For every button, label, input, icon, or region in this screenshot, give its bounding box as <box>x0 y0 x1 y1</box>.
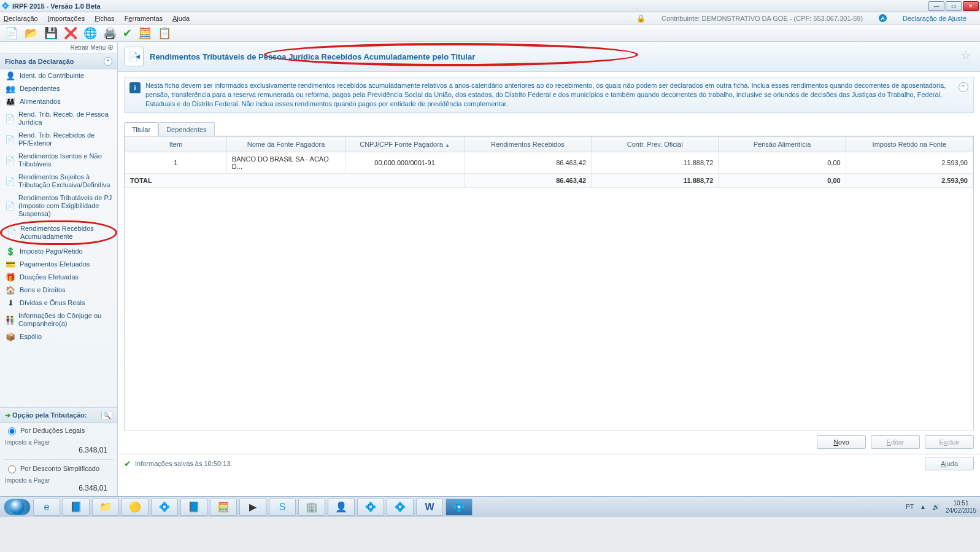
taskbar-app6-icon[interactable]: 💠 <box>357 499 384 516</box>
taskbar-app3-icon[interactable]: 📘 <box>180 499 207 516</box>
menubar: Declaração Importações Fichas Ferramenta… <box>0 12 980 25</box>
taskbar-explorer-icon[interactable]: 📁 <box>92 499 119 516</box>
sidebar-item-3[interactable]: 📄Rend. Trib. Receb. de Pessoa Jurídica <box>0 108 117 129</box>
sidebar-item-7[interactable]: 📄Rendimentos Tributáveis de PJ (Imposto … <box>0 192 117 220</box>
contributor-label: Contribuinte: DEMONSTRATIVO DA GOE - (CP… <box>662 15 863 22</box>
menu-fichas[interactable]: Fichas <box>95 15 114 22</box>
col-contr[interactable]: Contr. Prev. Oficial <box>592 137 719 152</box>
menu-importacoes[interactable]: Importações <box>48 15 85 22</box>
nav-icon: 📄 <box>5 202 15 210</box>
nav-label: Rendimentos Isentos e Não Tributáveis <box>18 152 112 168</box>
menu-declaracao[interactable]: Declaração <box>4 15 38 22</box>
sidebar-item-8[interactable]: 📄Rendimentos Recebidos Acumuladamente <box>0 220 117 245</box>
radio-deducoes[interactable]: Por Deduções Legais <box>5 426 112 435</box>
col-item[interactable]: Item <box>125 137 227 152</box>
taskbar-app5-icon[interactable]: 👤 <box>328 499 355 516</box>
sidebar-item-13[interactable]: ⬇Dívidas e Ônus Reais <box>0 297 117 309</box>
sidebar-item-15[interactable]: 📦Espólio <box>0 330 117 343</box>
sidebar-item-5[interactable]: 📄Rendimentos Isentos e Não Tributáveis <box>0 150 117 171</box>
sidebar-item-11[interactable]: 🎁Doações Efetuadas <box>0 271 117 284</box>
sidebar-item-12[interactable]: 🏠Bens e Direitos <box>0 284 117 297</box>
sidebar-item-9[interactable]: 💲Imposto Pago/Retido <box>0 245 117 258</box>
tray-date[interactable]: 24/02/2015 <box>946 507 976 515</box>
sidebar-item-1[interactable]: 👥Dependentes <box>0 82 117 95</box>
info-bar: i Nesta ficha devem ser informados exclu… <box>124 77 974 113</box>
nav-label: Dívidas e Ônus Reais <box>20 299 85 307</box>
tab-titular[interactable]: Titular <box>124 122 158 136</box>
menu-ajuda[interactable]: Ajuda <box>172 15 190 22</box>
status-bar: ✔ Informações salvas às 10:50:13. Ajuda <box>118 454 980 473</box>
imposto-label-1: Imposto a Pagar <box>0 438 117 446</box>
lock-icon: 🔒 <box>636 14 646 23</box>
editar-button[interactable]: Editar <box>871 435 920 449</box>
taskbar-app2-icon[interactable]: 💠 <box>151 499 178 516</box>
taskbar-skype-icon[interactable]: S <box>269 499 296 516</box>
nav-icon: 💳 <box>5 260 16 268</box>
toolbar-clipboard-icon[interactable]: 📋 <box>158 26 171 40</box>
sort-asc-icon: ▲ <box>445 142 450 148</box>
imposto-label-2: Imposto a Pagar <box>0 476 117 484</box>
toolbar-print-icon[interactable]: 🖨️ <box>103 26 117 40</box>
retrair-menu[interactable]: Retrair Menu ⦿ <box>0 42 117 54</box>
star-icon[interactable]: ☆ <box>960 48 971 63</box>
col-cnpj[interactable]: CNPJ/CPF Fonte Pagadora▲ <box>345 137 464 152</box>
toolbar-delete-icon[interactable]: ❌ <box>64 26 77 40</box>
sidebar-item-4[interactable]: 📄Rend. Trib. Recebidos de PF/Exterior <box>0 129 117 150</box>
toolbar-calc-icon[interactable]: 🧮 <box>138 26 152 40</box>
col-pensao[interactable]: Pensão Alimentícia <box>719 137 846 152</box>
section-header-fichas[interactable]: Fichas da Declaração ⌃ <box>0 54 117 69</box>
tray-flag-icon[interactable]: ▲ <box>920 503 926 510</box>
tray-time[interactable]: 10:51 <box>946 500 976 507</box>
tray-lang[interactable]: PT <box>906 503 914 510</box>
search-icon[interactable]: 🔍 <box>101 411 112 419</box>
taskbar-media-icon[interactable]: ▶ <box>239 499 266 516</box>
close-button[interactable]: ✕ <box>963 1 979 11</box>
nav-icon: 📄 <box>5 177 15 185</box>
toolbar-new-icon[interactable]: 📄 <box>5 26 18 40</box>
window-title: IRPF 2015 - Versão 1.0 Beta <box>10 2 101 10</box>
maximize-button[interactable]: ▭ <box>946 1 962 11</box>
toolbar-save-icon[interactable]: 💾 <box>44 26 58 40</box>
sidebar-item-14[interactable]: 👫Informações do Cônjuge ou Companheiro(a… <box>0 309 117 330</box>
sidebar-item-6[interactable]: 📄Rendimentos Sujeitos à Tributação Exclu… <box>0 171 117 192</box>
titlebar: 💠 IRPF 2015 - Versão 1.0 Beta — ▭ ✕ <box>0 0 980 12</box>
taskbar-app4-icon[interactable]: 🏢 <box>298 499 325 516</box>
sidebar-item-10[interactable]: 💳Pagamentos Efetuados <box>0 258 117 271</box>
taskbar-ie-icon[interactable]: e <box>33 499 60 516</box>
menu-ferramentas[interactable]: Ferramentas <box>125 15 163 22</box>
opcao-tributacao-header: ➔ Opção pela Tributação: 🔍 <box>0 407 117 423</box>
toolbar-check-icon[interactable]: ✔ <box>123 26 132 40</box>
toolbar-globe-icon[interactable]: 🌐 <box>83 26 97 40</box>
page-header: 📄◀ Rendimentos Tributáveis de Pessoa Jur… <box>118 42 980 72</box>
collapse-info-icon[interactable]: ⌃ <box>959 82 968 92</box>
col-imp[interactable]: Imposto Retido na Fonte <box>846 137 973 152</box>
taskbar-active-icon[interactable]: 💠 <box>446 499 473 516</box>
sidebar-item-0[interactable]: 👤Ident. do Contribuinte <box>0 69 117 82</box>
taskbar-calc-icon[interactable]: 🧮 <box>210 499 237 516</box>
taskbar-app7-icon[interactable]: 💠 <box>387 499 414 516</box>
nav-icon: 📦 <box>5 333 16 341</box>
table-total-row: TOTAL 86.463,42 11.888,72 0,00 2.593,90 <box>125 174 973 188</box>
novo-button[interactable]: Novo <box>817 435 866 449</box>
taskbar-chrome-icon[interactable]: 🟡 <box>122 499 149 516</box>
nav-label: Alimentandos <box>20 98 61 106</box>
toolbar-open-icon[interactable]: 📂 <box>25 26 38 40</box>
sidebar-item-2[interactable]: 👨‍👩‍👧Alimentandos <box>0 95 117 108</box>
radio-simplificado[interactable]: Por Desconto Simplificado <box>5 464 112 473</box>
nav-icon: 🎁 <box>5 273 16 281</box>
col-fonte[interactable]: Nome da Fonte Pagadora <box>226 137 345 152</box>
collapse-icon[interactable]: ⌃ <box>104 57 112 66</box>
start-button[interactable] <box>4 499 31 516</box>
col-rend[interactable]: Rendimentos Recebidos <box>464 137 591 152</box>
taskbar-app1-icon[interactable]: 📘 <box>63 499 90 516</box>
back-button[interactable]: 📄◀ <box>124 47 144 66</box>
main-panel: 📄◀ Rendimentos Tributáveis de Pessoa Jur… <box>118 42 980 496</box>
excluir-button[interactable]: Excluir <box>925 435 974 449</box>
tray-sound-icon[interactable]: 🔊 <box>932 503 939 510</box>
table-row[interactable]: 1 BANCO DO BRASIL SA - ACAO D... 00.000.… <box>125 152 973 174</box>
taskbar-word-icon[interactable]: W <box>416 499 443 516</box>
tab-dependentes[interactable]: Dependentes <box>158 122 214 136</box>
info-text: Nesta ficha devem ser informados exclusi… <box>145 82 946 107</box>
minimize-button[interactable]: — <box>928 1 944 11</box>
ajuda-button[interactable]: Ajuda <box>925 457 974 470</box>
